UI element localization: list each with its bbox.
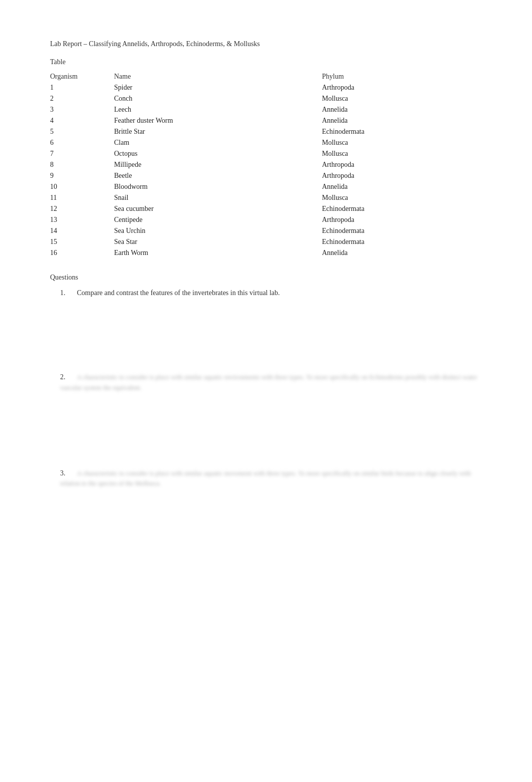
question-2-answer-area [60, 398, 482, 458]
cell-name: Centipede [114, 214, 322, 225]
table-row: 4Feather duster WormAnnelida [50, 115, 482, 126]
cell-name: Beetle [114, 170, 322, 181]
cell-number: 15 [50, 236, 114, 247]
cell-name: Millipede [114, 159, 322, 170]
cell-phylum: Mollusca [322, 192, 482, 203]
cell-phylum: Echinodermata [322, 203, 482, 214]
cell-name: Sea cucumber [114, 203, 322, 214]
question-3-number: 3. [60, 469, 75, 477]
cell-number: 13 [50, 214, 114, 225]
cell-number: 2 [50, 93, 114, 104]
cell-number: 14 [50, 225, 114, 236]
cell-name: Feather duster Worm [114, 115, 322, 126]
question-2: 2. A characteristic to consider is place… [50, 372, 482, 458]
question-1-answer-area [60, 302, 482, 362]
cell-number: 7 [50, 148, 114, 159]
cell-number: 8 [50, 159, 114, 170]
cell-phylum: Echinodermata [322, 225, 482, 236]
table-row: 9BeetleArthropoda [50, 170, 482, 181]
table-row: 5Brittle StarEchinodermata [50, 126, 482, 137]
cell-phylum: Echinodermata [322, 126, 482, 137]
cell-number: 4 [50, 115, 114, 126]
question-3-text: 3. A characteristic to consider is place… [60, 468, 482, 489]
cell-name: Leech [114, 104, 322, 115]
cell-number: 16 [50, 247, 114, 258]
cell-name: Conch [114, 93, 322, 104]
question-3-answer-area [60, 494, 482, 554]
cell-number: 6 [50, 137, 114, 148]
cell-name: Clam [114, 137, 322, 148]
table-row: 15Sea StarEchinodermata [50, 236, 482, 247]
cell-name: Snail [114, 192, 322, 203]
page-title: Lab Report – Classifying Annelids, Arthr… [50, 40, 482, 48]
organism-table: Organism Name Phylum 1SpiderArthropoda2C… [50, 71, 482, 258]
cell-phylum: Arthropoda [322, 82, 482, 93]
table-label: Table [50, 58, 482, 66]
table-row: 16Earth WormAnnelida [50, 247, 482, 258]
cell-name: Octopus [114, 148, 322, 159]
question-1-number: 1. [60, 289, 75, 297]
question-2-text: 2. A characteristic to consider is place… [60, 372, 482, 393]
cell-number: 3 [50, 104, 114, 115]
cell-phylum: Annelida [322, 104, 482, 115]
table-row: 8MillipedeArthropoda [50, 159, 482, 170]
cell-phylum: Arthropoda [322, 159, 482, 170]
table-row: 13CentipedeArthropoda [50, 214, 482, 225]
question-3: 3. A characteristic to consider is place… [50, 468, 482, 555]
cell-phylum: Arthropoda [322, 170, 482, 181]
col-header-organism: Organism [50, 71, 114, 82]
cell-name: Earth Worm [114, 247, 322, 258]
questions-section: Questions 1. Compare and contrast the fe… [50, 274, 482, 554]
cell-phylum: Annelida [322, 115, 482, 126]
cell-number: 1 [50, 82, 114, 93]
table-row: 11SnailMollusca [50, 192, 482, 203]
table-row: 12Sea cucumberEchinodermata [50, 203, 482, 214]
table-row: 10BloodwormAnnelida [50, 181, 482, 192]
cell-phylum: Arthropoda [322, 214, 482, 225]
cell-phylum: Mollusca [322, 148, 482, 159]
cell-number: 11 [50, 192, 114, 203]
question-2-blurred-answer: A characteristic to consider is place wi… [60, 373, 477, 391]
table-row: 7OctopusMollusca [50, 148, 482, 159]
questions-label: Questions [50, 274, 482, 282]
cell-phylum: Echinodermata [322, 236, 482, 247]
cell-number: 10 [50, 181, 114, 192]
table-row: 3LeechAnnelida [50, 104, 482, 115]
col-header-name: Name [114, 71, 322, 82]
cell-name: Brittle Star [114, 126, 322, 137]
cell-phylum: Mollusca [322, 137, 482, 148]
table-row: 14Sea UrchinEchinodermata [50, 225, 482, 236]
table-row: 6ClamMollusca [50, 137, 482, 148]
cell-number: 9 [50, 170, 114, 181]
question-2-number: 2. [60, 373, 75, 381]
table-row: 2ConchMollusca [50, 93, 482, 104]
cell-number: 5 [50, 126, 114, 137]
question-3-blurred-answer: A characteristic to consider is place wi… [60, 469, 471, 487]
cell-name: Bloodworm [114, 181, 322, 192]
cell-phylum: Mollusca [322, 93, 482, 104]
cell-name: Sea Star [114, 236, 322, 247]
question-1-text: 1. Compare and contrast the features of … [60, 289, 482, 297]
cell-name: Spider [114, 82, 322, 93]
table-row: 1SpiderArthropoda [50, 82, 482, 93]
cell-number: 12 [50, 203, 114, 214]
col-header-phylum: Phylum [322, 71, 482, 82]
table-header-row: Organism Name Phylum [50, 71, 482, 82]
cell-phylum: Annelida [322, 247, 482, 258]
cell-name: Sea Urchin [114, 225, 322, 236]
question-1: 1. Compare and contrast the features of … [50, 289, 482, 362]
question-1-content: Compare and contrast the features of the… [77, 289, 280, 297]
cell-phylum: Annelida [322, 181, 482, 192]
